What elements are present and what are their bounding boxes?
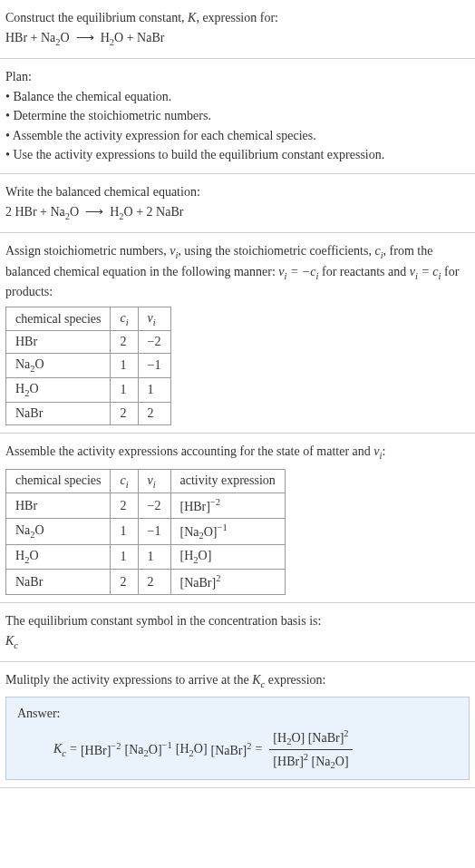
table-header-row: chemical species ci νi <box>6 307 171 331</box>
table-header-row: chemical species ci νi activity expressi… <box>6 469 286 493</box>
term-4: [NaBr]2 <box>211 741 252 758</box>
cell-species: HBr <box>6 493 111 519</box>
eq-lhs1: HBr + Na <box>5 31 55 44</box>
term-2: [Na2O]−1 <box>125 740 172 758</box>
table-row: H2O 1 1 <box>6 378 171 403</box>
prompt-equation: HBr + Na2O ⟶ H2O + NaBr <box>5 29 470 49</box>
balanced-section: Write the balanced chemical equation: 2 … <box>0 174 475 233</box>
cell-ci: 2 <box>111 331 138 354</box>
cell-ci: 1 <box>111 519 138 545</box>
cell-species: Na2O <box>6 519 111 545</box>
stoich-intro-b: , using the stoichiometric coefficients, <box>178 244 374 258</box>
cell-nui: 1 <box>138 378 170 403</box>
answer-box: Answer: Kc = [HBr]−2 [Na2O]−1 [H2O] [NaB… <box>5 697 470 780</box>
th-activity: activity expression <box>170 469 285 493</box>
th-nui: νi <box>138 307 170 331</box>
answer-equation: Kc = [HBr]−2 [Na2O]−1 [H2O] [NaBr]2 = [H… <box>17 728 458 770</box>
symbol-line: The equilibrium constant symbol in the c… <box>5 612 470 630</box>
table-row: HBr 2 −2 [HBr]−2 <box>6 493 286 519</box>
activity-section: Assemble the activity expressions accoun… <box>0 434 475 603</box>
prompt-text-a: Construct the equilibrium constant, <box>5 11 188 24</box>
c-i: ci <box>374 244 383 258</box>
Kc-symbol: Kc <box>5 632 470 652</box>
prompt-section: Construct the equilibrium constant, K, e… <box>0 0 475 59</box>
bal-rhs2: O + 2 NaBr <box>124 205 184 219</box>
cell-nui: −2 <box>138 331 170 354</box>
eq-rhs2: O + NaBr <box>114 31 164 44</box>
cell-nui: −1 <box>138 519 170 545</box>
Kc: Kc <box>252 673 265 687</box>
cell-species: NaBr <box>6 570 111 595</box>
balanced-heading: Write the balanced chemical equation: <box>5 183 470 201</box>
plan-bullet-4: • Use the activity expressions to build … <box>5 146 470 164</box>
stoich-intro-d: for reactants and <box>318 265 409 278</box>
symbol-section: The equilibrium constant symbol in the c… <box>0 603 475 662</box>
stoich-section: Assign stoichiometric numbers, νi, using… <box>0 233 475 434</box>
cell-activity: [H2O] <box>170 545 285 570</box>
activity-intro: Assemble the activity expressions accoun… <box>5 443 470 463</box>
cell-ci: 2 <box>111 493 138 519</box>
eq-lhs2: O <box>61 31 70 44</box>
th-nui: νi <box>138 469 170 493</box>
nu-i: νi <box>170 244 178 258</box>
cell-species: NaBr <box>6 403 111 425</box>
table-row: HBr 2 −2 <box>6 331 171 354</box>
multiply-intro-b: expression: <box>265 673 325 687</box>
cell-ci: 1 <box>111 354 138 378</box>
cell-nui: 2 <box>138 570 170 595</box>
prompt-text-b: , expression for: <box>196 11 278 24</box>
denominator: [HBr]2 [Na2O] <box>269 750 352 770</box>
cell-activity: [NaBr]2 <box>170 570 285 595</box>
table-row: Na2O 1 −1 [Na2O]−1 <box>6 519 286 545</box>
equals: = <box>70 742 77 756</box>
stoich-intro-a: Assign stoichiometric numbers, <box>5 244 170 258</box>
balanced-equation: 2 HBr + Na2O ⟶ H2O + 2 NaBr <box>5 203 470 223</box>
th-species: chemical species <box>6 307 111 331</box>
plan-bullet-3: • Assemble the activity expression for e… <box>5 127 470 145</box>
activity-intro-b: : <box>382 444 385 458</box>
table-row: NaBr 2 2 [NaBr]2 <box>6 570 286 595</box>
cell-ci: 2 <box>111 570 138 595</box>
plan-heading: Plan: <box>5 68 470 86</box>
eq-rhs1: H <box>101 31 110 44</box>
multiply-intro: Mulitply the activity expressions to arr… <box>5 671 470 691</box>
plan-bullet-1: • Balance the chemical equation. <box>5 88 470 106</box>
equals-2: = <box>255 742 262 756</box>
cell-ci: 1 <box>111 545 138 570</box>
cell-species: Na2O <box>6 354 111 378</box>
K-symbol: K <box>188 11 196 24</box>
th-ci: ci <box>111 307 138 331</box>
fraction: [H2O] [NaBr]2 [HBr]2 [Na2O] <box>269 728 352 770</box>
table-row: Na2O 1 −1 <box>6 354 171 378</box>
answer-label: Answer: <box>17 707 458 721</box>
Kc: Kc <box>53 742 66 758</box>
eq1: νi = −ci <box>278 265 318 278</box>
eq2: νi = ci <box>410 265 441 278</box>
bal-lhs2: O <box>70 205 79 219</box>
multiply-section: Mulitply the activity expressions to arr… <box>0 662 475 788</box>
arrow-icon: ⟶ <box>76 31 94 44</box>
numerator: [H2O] [NaBr]2 <box>269 728 352 749</box>
arrow-icon: ⟶ <box>85 205 103 219</box>
plan-section: Plan: • Balance the chemical equation. •… <box>0 59 475 174</box>
prompt-line-1: Construct the equilibrium constant, K, e… <box>5 9 470 27</box>
cell-ci: 2 <box>111 403 138 425</box>
cell-species: H2O <box>6 545 111 570</box>
activity-intro-a: Assemble the activity expressions accoun… <box>5 444 373 458</box>
activity-table: chemical species ci νi activity expressi… <box>5 469 286 595</box>
cell-species: H2O <box>6 378 111 403</box>
table-row: H2O 1 1 [H2O] <box>6 545 286 570</box>
cell-nui: 2 <box>138 403 170 425</box>
stoich-table: chemical species ci νi HBr 2 −2 Na2O 1 −… <box>5 307 171 425</box>
plan-bullet-2: • Determine the stoichiometric numbers. <box>5 107 470 125</box>
th-species: chemical species <box>6 469 111 493</box>
cell-activity: [HBr]−2 <box>170 493 285 519</box>
cell-nui: −2 <box>138 493 170 519</box>
table-row: NaBr 2 2 <box>6 403 171 425</box>
cell-nui: −1 <box>138 354 170 378</box>
cell-nui: 1 <box>138 545 170 570</box>
term-1: [HBr]−2 <box>81 741 121 758</box>
stoich-intro: Assign stoichiometric numbers, νi, using… <box>5 242 470 301</box>
cell-species: HBr <box>6 331 111 354</box>
term-3: [H2O] <box>176 742 208 758</box>
